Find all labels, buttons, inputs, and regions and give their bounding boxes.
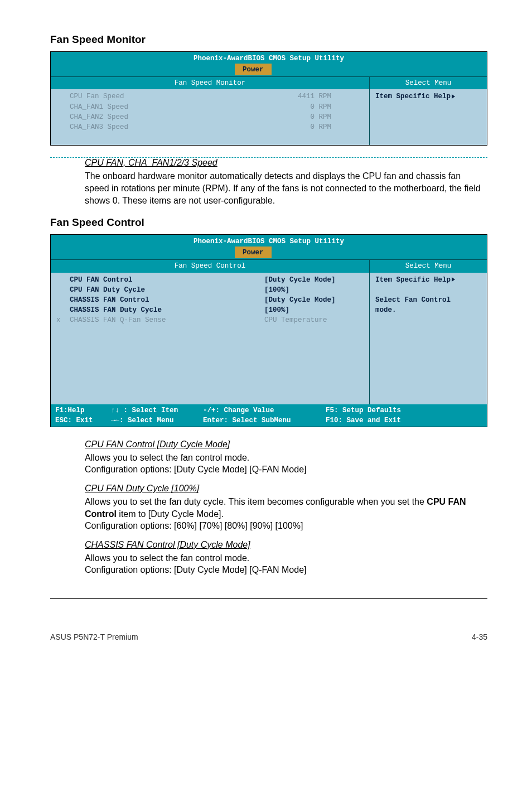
chevron-right-icon	[452, 94, 455, 99]
bios-title: Phoenix-AwardBIOS CMOS Setup Utility	[51, 235, 487, 247]
footer-product: ASUS P5N72-T Premium	[50, 632, 138, 641]
text-cpu-fan-duty-2: Configuration options: [60%] [70%] [80%]…	[85, 520, 487, 532]
foot-select-submenu: Enter: Select SubMenu	[203, 417, 291, 424]
bios-right-header: Select Menu	[370, 260, 487, 272]
label: CHASSIS FAN Control	[70, 295, 264, 305]
bios-left-header: Fan Speed Monitor	[51, 77, 370, 89]
sub-cpu-fan-duty: CPU FAN Duty Cycle [100%]	[85, 484, 487, 494]
value: [100%]	[264, 285, 365, 295]
help-text: Item Specific Help	[375, 93, 451, 100]
label: CPU FAN Duty Cycle	[70, 285, 264, 295]
value: 4411 RPM	[264, 91, 365, 102]
text-chassis-fan-control-1: Allows you to select the fan control mod…	[85, 552, 487, 564]
sub-chassis-fan-control: CHASSIS FAN Control [Duty Cycle Mode]	[85, 540, 487, 550]
bios-settings-pane: CPU Fan Speed 4411 RPM CHA_FAN1 Speed 0 …	[51, 89, 370, 145]
foot-esc-exit: ESC: Exit	[55, 417, 93, 424]
row-chassis-fan-control[interactable]: CHASSIS FAN Control [Duty Cycle Mode]	[70, 295, 365, 305]
text-cpu-fan-control-1: Allows you to select the fan control mod…	[85, 452, 487, 464]
help-line1: Item Specific Help	[375, 276, 451, 284]
bios-left-header: Fan Speed Control	[51, 260, 370, 272]
row-chassis-fan-qfan-sense: x CHASSIS FAN Q-Fan Sense CPU Temperatur…	[70, 315, 365, 325]
bios-column-headers: Fan Speed Control Select Menu	[51, 259, 487, 272]
sub-cpu-cha-speed: CPU FAN, CHA_FAN1/2/3 Speed	[85, 158, 487, 168]
row-cpu-fan-control[interactable]: CPU FAN Control [Duty Cycle Mode]	[70, 275, 365, 285]
row-chassis-fan-duty-cycle[interactable]: CHASSIS FAN Duty Cycle [100%]	[70, 305, 365, 315]
label: CHA_FAN2 Speed	[70, 112, 264, 122]
text-chassis-fan-control-2: Configuration options: [Duty Cycle Mode]…	[85, 564, 487, 576]
value: [Duty Cycle Mode]	[264, 275, 365, 285]
label: CHASSIS FAN Q-Fan Sense	[70, 315, 264, 325]
page-footer: ASUS P5N72-T Premium 4-35	[50, 632, 487, 641]
bios-title: Phoenix-AwardBIOS CMOS Setup Utility	[51, 52, 487, 64]
bios-tabbar: Power	[51, 64, 487, 76]
bios-settings-pane: CPU FAN Control [Duty Cycle Mode] CPU FA…	[51, 273, 370, 404]
bios-help-pane: Item Specific Help Select Fan Control mo…	[370, 273, 487, 404]
chevron-right-icon	[452, 277, 455, 282]
value: CPU Temperature	[264, 315, 365, 325]
bios-help-pane: Item Specific Help	[370, 89, 487, 145]
sub-cpu-fan-control: CPU FAN Control [Duty Cycle Mode]	[85, 439, 487, 450]
heading-fan-speed-monitor: Fan Speed Monitor	[50, 33, 487, 46]
footer-page-number: 4-35	[472, 632, 487, 641]
bios-fan-speed-control: Phoenix-AwardBIOS CMOS Setup Utility Pow…	[50, 234, 487, 427]
prefix-disabled: x	[56, 315, 61, 325]
bios-footer: F1:Help ESC: Exit ↑↓ : Select Item →←: S…	[51, 404, 487, 427]
footer-rule	[50, 598, 487, 599]
value: 0 RPM	[264, 112, 365, 122]
foot-save-exit: F10: Save and Exit	[326, 417, 401, 424]
label: CHA_FAN3 Speed	[70, 122, 264, 132]
row-cpu-fan-duty-cycle[interactable]: CPU FAN Duty Cycle [100%]	[70, 285, 365, 295]
value: 0 RPM	[264, 102, 365, 112]
label: CHA_FAN1 Speed	[70, 102, 264, 112]
bios-right-header: Select Menu	[370, 77, 487, 89]
help-line3: mode.	[375, 306, 396, 314]
text-frag: Allows you to set the fan duty cycle. Th…	[85, 497, 427, 506]
value: 0 RPM	[264, 122, 365, 132]
row-cha-fan3-speed: CHA_FAN3 Speed 0 RPM	[70, 122, 365, 132]
foot-f1-help: F1:Help	[55, 407, 85, 414]
row-cpu-fan-speed: CPU Fan Speed 4411 RPM	[70, 91, 365, 102]
label: CPU Fan Speed	[70, 91, 264, 102]
foot-change-value: -/+: Change Value	[203, 407, 274, 414]
foot-setup-defaults: F5: Setup Defaults	[326, 407, 401, 414]
label: CPU FAN Control	[70, 275, 264, 285]
value: [100%]	[264, 305, 365, 315]
text-frag: item to [Duty Cycle Mode].	[117, 509, 224, 519]
bios-column-headers: Fan Speed Monitor Select Menu	[51, 76, 487, 89]
foot-select-menu: →←: Select Menu	[111, 417, 174, 424]
tab-power[interactable]: Power	[235, 247, 272, 258]
bios-tabbar: Power	[51, 247, 487, 259]
row-cha-fan2-speed: CHA_FAN2 Speed 0 RPM	[70, 112, 365, 122]
value: [Duty Cycle Mode]	[264, 295, 365, 305]
label: CHASSIS FAN Duty Cycle	[70, 305, 264, 315]
row-cha-fan1-speed: CHA_FAN1 Speed 0 RPM	[70, 102, 365, 112]
text-cpu-fan-duty-1: Allows you to set the fan duty cycle. Th…	[85, 496, 487, 520]
text-cpu-fan-control-2: Configuration options: [Duty Cycle Mode]…	[85, 463, 487, 476]
foot-select-item: ↑↓ : Select Item	[111, 407, 178, 414]
text-cpu-cha-speed: The onboard hardware monitor automatical…	[85, 170, 487, 206]
bios-fan-speed-monitor: Phoenix-AwardBIOS CMOS Setup Utility Pow…	[50, 51, 487, 146]
heading-fan-speed-control: Fan Speed Control	[50, 216, 487, 229]
help-line2: Select Fan Control	[375, 296, 451, 304]
tab-power[interactable]: Power	[235, 64, 272, 75]
